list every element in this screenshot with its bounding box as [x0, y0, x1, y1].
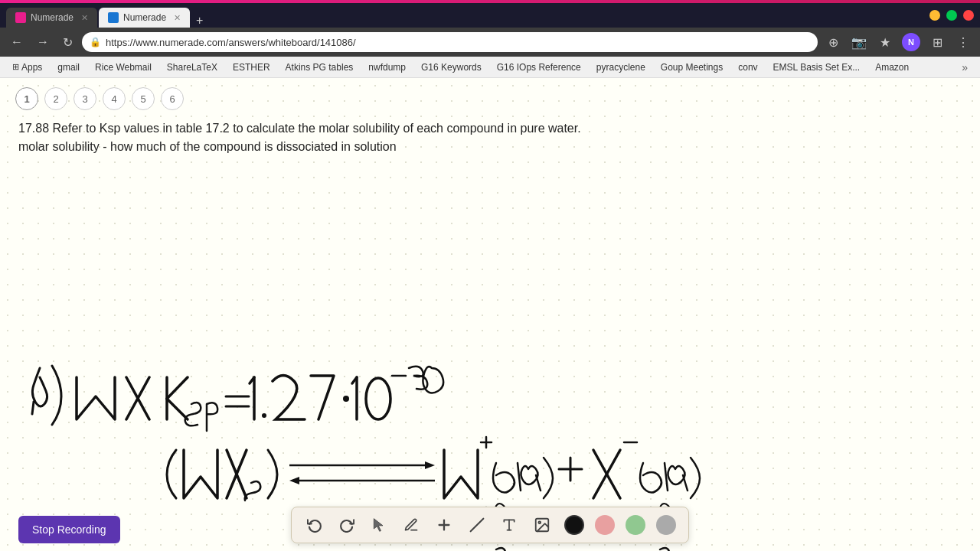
- forward-button[interactable]: →: [32, 34, 54, 51]
- bookmark-nwfdump[interactable]: nwfdump: [362, 60, 412, 74]
- bookmark-g16iops-label: G16 IOps Reference: [497, 62, 581, 73]
- apps-icon: ⊞: [12, 62, 19, 72]
- color-black[interactable]: [564, 515, 584, 535]
- bookmark-pyra[interactable]: pyracyclene: [590, 60, 652, 74]
- bookmark-ricewebmail[interactable]: Rice Webmail: [89, 60, 158, 74]
- bookmark-atkins-label: Atkins PG tables: [286, 62, 354, 73]
- bookmark-amazon[interactable]: Amazon: [869, 60, 915, 74]
- profile-avatar: N: [902, 33, 920, 51]
- cursor-button[interactable]: [368, 514, 390, 536]
- bookmark-emsl-label: EMSL Basis Set Ex...: [773, 62, 861, 73]
- svg-point-0: [262, 413, 266, 418]
- question-subtitle: molar solubility - how much of the compo…: [18, 140, 397, 153]
- bookmark-goup[interactable]: Goup Meetings: [655, 60, 729, 74]
- bookmark-apps-label: Apps: [21, 62, 42, 73]
- tab2-label: Numerade: [123, 12, 166, 23]
- bookmark-nwfdump-label: nwfdump: [368, 62, 406, 73]
- maximize-button[interactable]: [946, 10, 957, 21]
- bookmark-g16iops[interactable]: G16 IOps Reference: [491, 60, 587, 74]
- color-green[interactable]: [626, 515, 645, 535]
- image-button[interactable]: [531, 514, 554, 536]
- bookmark-sharelatex[interactable]: ShareLaTeX: [161, 60, 224, 74]
- bookmark-g16kw-label: G16 Keywords: [421, 62, 482, 73]
- sidebar-button[interactable]: ⊞: [926, 31, 948, 53]
- svg-line-9: [471, 519, 484, 532]
- tab-2[interactable]: Numerade ✕: [99, 8, 190, 28]
- bookmark-conv-label: conv: [738, 62, 757, 73]
- text-button[interactable]: [498, 514, 520, 536]
- bookmark-pyra-label: pyracyclene: [596, 62, 645, 73]
- bookmark-amazon-label: Amazon: [875, 62, 909, 73]
- page-circle-6[interactable]: 6: [161, 87, 184, 110]
- pen-button[interactable]: [400, 514, 422, 536]
- close-button[interactable]: [963, 10, 974, 21]
- bookmark-emsl[interactable]: EMSL Basis Set Ex...: [767, 60, 867, 74]
- bookmark-g16kw[interactable]: G16 Keywords: [415, 60, 488, 74]
- window-controls: [929, 10, 974, 21]
- profile-button[interactable]: N: [900, 31, 922, 53]
- add-button[interactable]: [433, 514, 456, 536]
- tab-1[interactable]: Numerade ✕: [6, 8, 97, 28]
- svg-point-1: [343, 396, 349, 402]
- undo-button[interactable]: [304, 514, 325, 536]
- bookmarks-bar: ⊞ Apps gmail Rice Webmail ShareLaTeX EST…: [0, 57, 980, 78]
- new-tab-button[interactable]: +: [191, 14, 207, 28]
- bookmark-atkins[interactable]: Atkins PG tables: [279, 60, 360, 74]
- svg-marker-4: [425, 461, 435, 469]
- page-circle-1[interactable]: 1: [15, 87, 38, 110]
- bookmarks-more-label: »: [962, 61, 968, 73]
- bookmark-conv[interactable]: conv: [732, 60, 763, 74]
- bookmark-goup-label: Goup Meetings: [661, 62, 723, 73]
- camera-button[interactable]: 📷: [848, 31, 870, 53]
- tabs-area: Numerade ✕ Numerade ✕ +: [6, 3, 207, 28]
- nav-bar: ← → ↻ 🔒 https://www.numerade.com/answers…: [0, 28, 980, 57]
- question-text: 17.88 Refer to Ksp values in table 17.2 …: [0, 116, 980, 159]
- bookmark-esther[interactable]: ESTHER: [227, 60, 276, 74]
- page-circle-4[interactable]: 4: [103, 87, 126, 110]
- back-button[interactable]: ←: [6, 34, 28, 51]
- color-pink[interactable]: [595, 515, 615, 535]
- page-circle-3[interactable]: 3: [74, 87, 96, 110]
- tab1-close[interactable]: ✕: [81, 13, 88, 23]
- bookmark-gmail[interactable]: gmail: [51, 60, 86, 74]
- bookmarks-more[interactable]: »: [956, 60, 974, 75]
- svg-point-13: [538, 521, 541, 523]
- bookmark-sharelatex-label: ShareLaTeX: [167, 62, 217, 73]
- bookmark-esther-label: ESTHER: [233, 62, 270, 73]
- redo-button[interactable]: [336, 514, 358, 536]
- nav-icons: ⊕ 📷 ★ N ⊞ ⋮: [822, 31, 974, 53]
- page-circle-5[interactable]: 5: [132, 87, 155, 110]
- svg-marker-6: [289, 477, 299, 484]
- refresh-button[interactable]: ↻: [58, 34, 77, 51]
- title-bar: Numerade ✕ Numerade ✕ +: [0, 3, 980, 28]
- lock-icon: 🔒: [90, 37, 101, 47]
- bookmark-apps[interactable]: ⊞ Apps: [6, 60, 48, 74]
- address-bar[interactable]: 🔒 https://www.numerade.com/answers/white…: [82, 32, 818, 52]
- tab2-close[interactable]: ✕: [174, 13, 181, 23]
- minimize-button[interactable]: [929, 10, 940, 21]
- tab1-icon: [15, 12, 26, 23]
- address-text: https://www.numerade.com/answers/whitebo…: [106, 37, 810, 48]
- eraser-button[interactable]: [466, 514, 488, 536]
- drawing-toolbar: [291, 507, 689, 543]
- tab1-label: Numerade: [31, 12, 74, 23]
- page-circle-2[interactable]: 2: [44, 87, 67, 110]
- tab2-icon: [108, 12, 119, 23]
- page-nav: 1 2 3 4 5 6: [0, 78, 980, 116]
- extensions-button[interactable]: ⊕: [822, 31, 844, 53]
- page-content: 1 2 3 4 5 6 17.88 Refer to Ksp values in…: [0, 78, 980, 551]
- bookmark-ricewebmail-label: Rice Webmail: [95, 62, 152, 73]
- stop-recording-button[interactable]: Stop Recording: [18, 516, 120, 543]
- menu-button[interactable]: ⋮: [952, 31, 974, 53]
- color-gray[interactable]: [656, 515, 676, 535]
- question-main: 17.88 Refer to Ksp values in table 17.2 …: [18, 122, 581, 135]
- svg-point-2: [366, 378, 390, 419]
- star-button[interactable]: ★: [874, 31, 896, 53]
- bookmark-gmail-label: gmail: [57, 62, 80, 73]
